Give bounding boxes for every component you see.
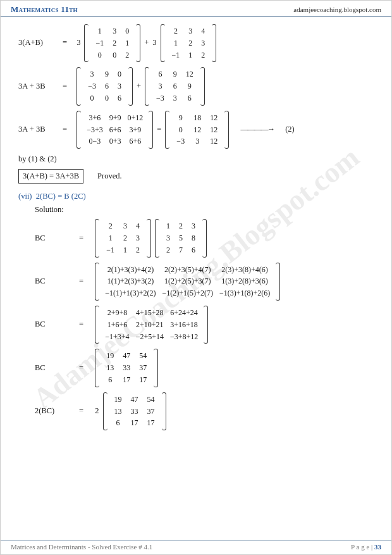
plus: + [144,37,149,49]
matrix-cell: 4 [197,25,209,37]
equals: = [79,363,83,374]
page-header: Mathematics 11th adamjeecoaching.blogspo… [1,1,391,17]
matrix-cell: 3 [83,68,101,80]
header-right: adamjeecoaching.blogspot.com [293,6,381,13]
matrix-cell: 2+10+21 [133,319,167,331]
matrix-cell: 0+3 [106,135,125,147]
chapter-title: Matrices and Determinants [11,543,86,551]
matrix-cell: −3 [152,92,169,104]
matrix-cell: 9 [172,112,189,124]
matrix-cell: 37 [135,362,151,374]
matrix-cell: 33 [126,406,143,418]
boxed-result: 3(A+B) = 3A+3B [18,169,83,184]
matrix-cell: 33 [118,362,135,374]
page-number: 33 [374,543,381,551]
page-label: P a g e | [351,543,374,551]
matrix-cell: 3+6 [83,112,106,124]
matrix-cell: 3+9 [125,124,147,136]
matrix-cell: 1 [119,244,132,256]
matrix-cell: 13 [102,362,118,374]
matrix-cell: 9 [181,80,198,92]
matrix-cell: 2(2)+3(5)+4(7) [159,264,216,276]
matrix-cell: −3+3 [83,124,106,136]
matrix-cell: 0−3 [83,135,106,147]
matrix-cell: −3+8+12 [167,331,201,343]
matrix-cell: 8 [187,232,200,244]
matrix-cell: 54 [135,350,151,362]
matrix-cell: 2 [119,232,132,244]
matrix: 234123−112 [161,24,217,62]
matrix-cell: −1 [168,49,185,61]
matrix-cell: 1 [91,25,108,37]
section: (vii) 2(BC) = B (2C) Solution: BC = 2341… [18,191,377,430]
matrix-cell: 12 [205,112,222,124]
equation-row: BC = 2+9+84+15+286+24+241+6+62+10+213+16… [35,306,377,344]
matrix: 9181201212−3312 [165,111,229,149]
matrix-cell: 9 [101,68,113,80]
matrix-cell: −1(2)+1(5)+2(7) [159,287,216,299]
eq-lhs: 2(BC) [35,406,75,417]
eq-lhs: BC [35,363,75,374]
proved-label: Proved. [97,171,122,180]
matrix-cell: 1(3)+2(8)+3(6) [216,275,273,287]
eq-lhs: 3A + 3B [18,81,59,92]
matrix-cell: 1 [184,49,197,61]
eq-lhs: 3A + 3B [18,124,59,135]
matrix-cell: −3 [172,135,189,147]
matrix-cell: 6 [113,92,126,104]
matrix: 234123−112 [95,219,151,257]
matrix-cell: 0 [83,92,101,104]
matrix-cell: 18 [189,112,205,124]
matrix-cell: 0 [108,49,121,61]
eq-lhs: BC [35,233,75,244]
matrix-cell: 1 [121,37,133,49]
matrix-cell: −1+3+4 [102,331,132,343]
matrix-cell: 6+6 [106,124,125,136]
eq-lhs: BC [35,319,75,330]
matrix-cell: 3 [197,37,209,49]
matrix-cell: −1(1)+1(3)+2(2) [102,287,159,299]
matrix-cell: 17 [143,417,159,429]
matrix: 19475413333761717 [103,392,166,430]
matrix-cell: 9+9 [106,112,125,124]
matrix-cell: 19 [102,350,118,362]
matrix-cell: 3+16+18 [167,319,201,331]
matrix-cell: 3 [162,232,175,244]
equals: = [63,81,67,92]
matrix-cell: 3 [184,25,197,37]
equation-row: BC = 2(1)+3(3)+4(2)2(2)+3(5)+4(7)2(3)+3(… [35,263,377,301]
matrix-cell: 3 [113,80,126,92]
matrix-cell: −2+5+14 [133,331,167,343]
matrix-cell: 6+24+24 [167,307,201,319]
footer-left: Matrices and Determinants - Solved Exerc… [11,543,152,551]
matrix-cell: 12 [189,124,205,136]
matrix-cell: 3 [108,25,121,37]
matrix-cell: 0+12 [125,112,147,124]
matrix-cell: 1(1)+2(3)+3(2) [102,275,159,287]
part-number: (vii) [18,192,32,201]
matrix-cell: 12 [205,124,222,136]
matrix-cell: 13 [110,406,126,418]
matrix-cell: 3 [169,92,181,104]
equation-row: 2(BC) = 2 19475413333761717 [35,392,377,430]
plus: + [137,81,141,92]
equation-row: 3A + 3B = 3+69+90+12−3+36+63+90−30+36+6 … [18,111,377,149]
page-content: 3(A+B) = 3 130−121002 + 3 234123−112 3A … [1,17,391,440]
solution-label: Solution: [35,204,377,216]
matrix-cell: −1(3)+1(8)+2(6) [216,287,273,299]
equation-row: BC = 19475413333761717 [35,349,377,387]
equals: = [79,319,83,330]
equals: = [63,124,67,135]
matrix-cell: 0 [91,49,108,61]
matrix-cell: 2 [108,37,121,49]
matrix-cell: 17 [135,374,151,386]
matrix-cell: 0 [101,92,113,104]
matrix-cell: 1(2)+2(5)+3(7) [159,275,216,287]
matrix-cell: 17 [126,417,143,429]
matrix-cell: −1 [102,244,119,256]
matrix-cell: 37 [143,406,159,418]
matrix-cell: 1 [168,37,185,49]
matrix-cell: 2 [168,25,185,37]
equals: = [79,233,83,244]
matrix-cell: 2(1)+3(3)+4(2) [102,264,159,276]
